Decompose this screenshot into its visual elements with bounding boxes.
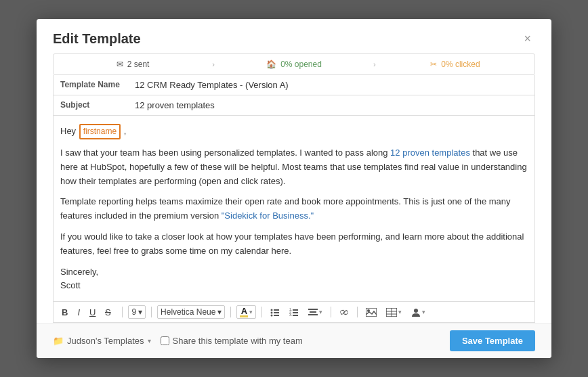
stat-sent: ✉ 2 sent — [54, 54, 212, 74]
font-size-arrow: ▾ — [138, 307, 142, 317]
folder-icon: 📁 — [53, 336, 64, 346]
svg-rect-6 — [274, 315, 279, 316]
toolbar-separator-2 — [151, 307, 152, 317]
svg-rect-14 — [310, 311, 316, 313]
subject-row: Subject 12 proven templates — [53, 95, 535, 116]
firstname-tag: firstname — [79, 124, 121, 139]
sincerely-text: Sincerely, — [60, 267, 98, 277]
svg-rect-8 — [293, 309, 298, 311]
table-arrow: ▾ — [398, 309, 402, 315]
svg-rect-13 — [308, 309, 318, 310]
font-size-value: 9 — [131, 307, 136, 317]
svg-text:3.: 3. — [289, 313, 292, 317]
table-icon — [386, 308, 397, 317]
email-greeting: Hey firstname , — [60, 124, 528, 139]
modal-header: Edit Template × — [37, 19, 551, 53]
email-para-1: I saw that your team has been using pers… — [60, 146, 528, 188]
template-name-row: Template Name 12 CRM Ready Templates - (… — [53, 75, 535, 95]
stat-clicked: ✂ 0% clicked — [376, 54, 534, 74]
strikethrough-icon: S — [105, 308, 114, 317]
envelope-icon: ✉ — [117, 60, 123, 69]
svg-point-22 — [414, 309, 418, 313]
svg-rect-10 — [293, 312, 298, 313]
share-label-text: Share this template with my team — [173, 336, 303, 346]
stat-sent-value: 2 sent — [127, 60, 150, 69]
footer-left: 📁 Judson's Templates ▾ Share this templa… — [53, 336, 303, 346]
para1-text: I saw that your team has been using pers… — [60, 148, 387, 158]
email-para-3: If you would like to take a closer look … — [60, 230, 528, 259]
greeting-comma: , — [124, 126, 127, 136]
edit-template-modal: Edit Template × ✉ 2 sent › 🏠 0% opened ›… — [37, 19, 551, 358]
click-icon: ✂ — [430, 60, 437, 69]
template-name-value: 12 CRM Ready Templates - (Version A) — [135, 80, 289, 90]
image-icon — [366, 308, 377, 317]
person-button[interactable]: ▾ — [408, 307, 428, 318]
stat-opened: 🏠 0% opened — [215, 54, 373, 74]
unordered-list-button[interactable] — [268, 307, 282, 318]
para2-link[interactable]: "Sidekick for Business." — [222, 210, 314, 221]
align-arrow: ▾ — [319, 309, 322, 315]
svg-point-3 — [271, 311, 273, 313]
ordered-list-button[interactable]: 1. 2. 3. — [287, 307, 301, 318]
font-color-button[interactable]: A ▾ — [236, 305, 256, 319]
folder-dropdown-arrow: ▾ — [148, 337, 151, 345]
color-a-letter: A — [241, 307, 247, 315]
svg-rect-12 — [293, 315, 298, 316]
stat-opened-value: 0% opened — [280, 60, 322, 69]
table-button[interactable]: ▾ — [383, 307, 404, 318]
align-icon — [308, 308, 318, 317]
svg-point-1 — [271, 309, 273, 311]
toolbar-separator-1 — [122, 307, 123, 317]
font-family-arrow: ▾ — [217, 307, 222, 317]
toolbar-separator-6 — [357, 307, 358, 317]
save-template-button[interactable]: Save Template — [450, 330, 535, 351]
stat-clicked-value: 0% clicked — [441, 60, 480, 69]
email-para-2: Template reporting helps teams maximize … — [60, 195, 528, 223]
color-a-display: A — [240, 307, 248, 317]
folder-name: Judson's Templates — [67, 336, 144, 346]
stats-bar: ✉ 2 sent › 🏠 0% opened › ✂ 0% clicked — [53, 53, 535, 75]
toolbar-separator-5 — [331, 307, 331, 317]
image-button[interactable] — [363, 307, 379, 318]
svg-rect-15 — [308, 314, 318, 315]
para1-link[interactable]: 12 proven templates — [390, 148, 470, 158]
close-button[interactable]: × — [520, 31, 535, 46]
modal-title: Edit Template — [53, 31, 141, 47]
subject-label: Subject — [60, 100, 135, 110]
modal-body: ✉ 2 sent › 🏠 0% opened › ✂ 0% clicked Te… — [37, 53, 551, 323]
font-family-selector[interactable]: Helvetica Neue ▾ — [157, 305, 225, 319]
svg-rect-4 — [274, 312, 279, 313]
person-arrow: ▾ — [422, 309, 425, 315]
modal-overlay: Edit Template × ✉ 2 sent › 🏠 0% opened ›… — [0, 0, 588, 377]
open-icon: 🏠 — [266, 60, 276, 69]
unordered-list-icon — [270, 308, 280, 317]
email-signature: Sincerely, Scott — [60, 265, 528, 294]
link-icon — [339, 308, 349, 317]
link-button[interactable] — [337, 307, 352, 318]
svg-rect-2 — [274, 309, 279, 311]
toolbar-separator-3 — [230, 307, 231, 317]
hey-text: Hey — [60, 126, 76, 136]
svg-text:S: S — [105, 308, 111, 317]
folder-selector[interactable]: 📁 Judson's Templates ▾ — [53, 336, 151, 346]
color-arrow: ▾ — [249, 309, 253, 315]
bold-button[interactable]: B — [59, 306, 70, 319]
sign-name: Scott — [60, 280, 81, 290]
strikethrough-button[interactable]: S — [102, 307, 117, 318]
toolbar-separator-4 — [261, 307, 262, 317]
template-name-label: Template Name — [60, 80, 135, 89]
align-button[interactable]: ▾ — [306, 307, 325, 318]
ordered-list-icon: 1. 2. 3. — [289, 308, 299, 317]
font-size-selector[interactable]: 9 ▾ — [128, 305, 146, 319]
share-checkbox-input[interactable] — [161, 336, 169, 345]
formatting-toolbar: B I U S 9 ▾ Helvetica Neue ▾ — [53, 302, 535, 323]
italic-button[interactable]: I — [75, 306, 83, 319]
modal-footer: 📁 Judson's Templates ▾ Share this templa… — [37, 323, 551, 358]
share-checkbox-label[interactable]: Share this template with my team — [161, 336, 303, 346]
email-body[interactable]: Hey firstname , I saw that your team has… — [53, 116, 535, 302]
color-underline-bar — [240, 315, 248, 317]
svg-point-5 — [271, 314, 273, 316]
font-family-value: Helvetica Neue — [161, 307, 215, 317]
underline-button[interactable]: U — [87, 306, 98, 319]
person-icon — [411, 308, 421, 317]
